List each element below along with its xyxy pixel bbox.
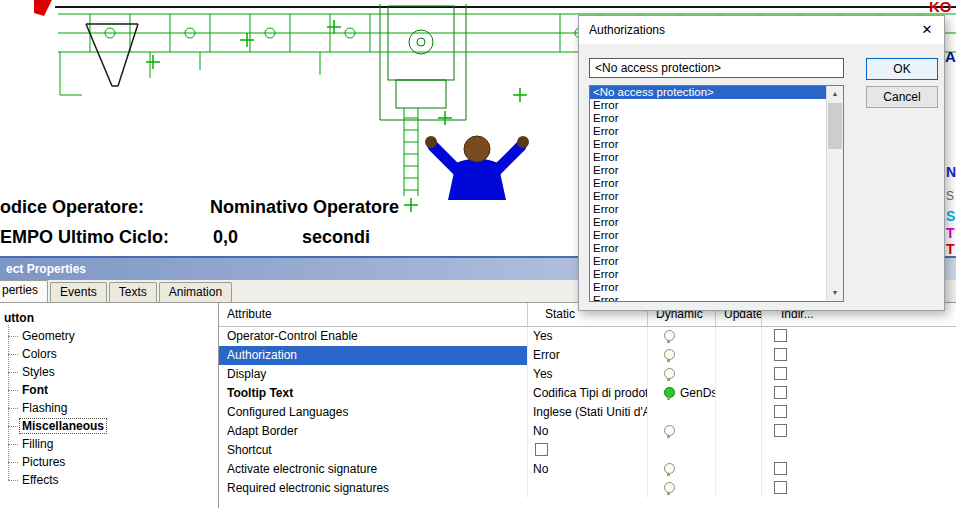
indirect-cell: [761, 479, 837, 498]
tree-item-label: Flashing: [20, 401, 69, 415]
attribute-table: AttributeStaticDynamicUpdate...Indir... …: [219, 303, 956, 508]
checkbox[interactable]: [535, 443, 548, 456]
green-bulb-icon[interactable]: [664, 387, 675, 398]
dialog-titlebar[interactable]: Authorizations ✕: [579, 16, 944, 44]
list-item[interactable]: Error: [590, 151, 826, 164]
list-item[interactable]: Error: [590, 138, 826, 151]
tree-item-styles[interactable]: Styles: [8, 363, 219, 381]
table-row[interactable]: Tooltip TextCodifica Tipi di prodotGenDs…: [219, 384, 956, 403]
checkbox[interactable]: [774, 386, 787, 399]
column-header: Attribute: [219, 303, 527, 326]
update-cell: [715, 327, 761, 346]
list-item[interactable]: <No access protection>: [590, 86, 826, 99]
authorizations-dialog: Authorizations ✕ OK Cancel <No access pr…: [578, 15, 945, 311]
authorization-input[interactable]: [589, 58, 844, 78]
ok-button[interactable]: OK: [866, 58, 938, 80]
table-row[interactable]: Required electronic signatures: [219, 479, 956, 498]
properties-title: ect Properties: [6, 262, 86, 276]
static-cell: Inglese (Stati Uniti d'A: [527, 403, 647, 422]
tab-perties[interactable]: perties: [0, 280, 48, 302]
list-item[interactable]: Error: [590, 203, 826, 216]
list-item[interactable]: Error: [590, 125, 826, 138]
tab-events[interactable]: Events: [50, 282, 107, 302]
list-item[interactable]: Error: [590, 177, 826, 190]
indirect-cell: [761, 403, 837, 422]
dynamic-cell: [647, 327, 715, 346]
list-item[interactable]: Error: [590, 255, 826, 268]
tab-animation[interactable]: Animation: [159, 282, 232, 302]
checkbox[interactable]: [774, 424, 787, 437]
list-item[interactable]: Error: [590, 216, 826, 229]
list-item[interactable]: Error: [590, 164, 826, 177]
tree-item-filling[interactable]: Filling: [8, 435, 219, 453]
indirect-cell: [761, 365, 837, 384]
list-item[interactable]: Error: [590, 242, 826, 255]
update-cell: [715, 479, 761, 498]
static-cell: Error: [527, 346, 647, 365]
checkbox[interactable]: [774, 481, 787, 494]
update-cell: [715, 384, 761, 403]
bulb-icon[interactable]: [664, 425, 675, 436]
tree-item-geometry[interactable]: Geometry: [8, 327, 219, 345]
indirect-cell: [761, 384, 837, 403]
static-cell: No: [527, 460, 647, 479]
tree-item-label: Pictures: [20, 455, 67, 469]
tree-item-font[interactable]: Font: [8, 381, 219, 399]
tree-item-flashing[interactable]: Flashing: [8, 399, 219, 417]
tree-item-miscellaneous[interactable]: Miscellaneous: [8, 417, 219, 435]
list-item[interactable]: Error: [590, 229, 826, 242]
scrollbar[interactable]: ▲ ▼: [826, 86, 843, 301]
cancel-button[interactable]: Cancel: [866, 86, 938, 108]
update-cell: [715, 422, 761, 441]
tree-item-label: Miscellaneous: [20, 419, 106, 433]
table-row[interactable]: Operator-Control EnableYes: [219, 327, 956, 346]
checkbox[interactable]: [774, 348, 787, 361]
tree-root-button[interactable]: utton: [2, 309, 218, 327]
tree-item-effects[interactable]: Effects: [8, 471, 219, 489]
list-item[interactable]: Error: [590, 99, 826, 112]
list-item[interactable]: Error: [590, 112, 826, 125]
table-row[interactable]: DisplayYes: [219, 365, 956, 384]
list-item[interactable]: Error: [590, 190, 826, 203]
authorization-listbox: <No access protection>ErrorErrorErrorErr…: [589, 85, 844, 302]
dynamic-cell: [647, 365, 715, 384]
checkbox[interactable]: [774, 462, 787, 475]
bulb-icon[interactable]: [664, 482, 675, 493]
table-row[interactable]: AuthorizationError: [219, 346, 956, 365]
scrollbar-thumb[interactable]: [828, 103, 842, 149]
table-row[interactable]: Shortcut: [219, 441, 956, 460]
table-row[interactable]: Activate electronic signatureNo: [219, 460, 956, 479]
scrollbar-up-icon[interactable]: ▲: [827, 86, 843, 102]
list-item[interactable]: Error: [590, 294, 826, 301]
close-icon[interactable]: ✕: [910, 16, 944, 44]
dynamic-cell: [647, 479, 715, 498]
checkbox[interactable]: [774, 367, 787, 380]
tree-item-colors[interactable]: Colors: [8, 345, 219, 363]
static-cell: [527, 441, 647, 460]
attribute-cell: Shortcut: [219, 441, 527, 460]
tab-texts[interactable]: Texts: [109, 282, 157, 302]
attribute-table-body: Operator-Control EnableYesAuthorizationE…: [219, 327, 956, 498]
bulb-icon[interactable]: [664, 330, 675, 341]
attribute-cell: Required electronic signatures: [219, 479, 527, 498]
cycle-time-unit: secondi: [302, 227, 370, 248]
bulb-icon[interactable]: [664, 463, 675, 474]
update-cell: [715, 346, 761, 365]
table-row[interactable]: Configured LanguagesInglese (Stati Uniti…: [219, 403, 956, 422]
indirect-cell: [761, 327, 837, 346]
attribute-cell: Display: [219, 365, 527, 384]
update-cell: [715, 365, 761, 384]
attribute-cell: Operator-Control Enable: [219, 327, 527, 346]
bulb-icon[interactable]: [664, 368, 675, 379]
static-cell: [527, 479, 647, 498]
list-item[interactable]: Error: [590, 281, 826, 294]
tree-item-label: Colors: [20, 347, 59, 361]
table-row[interactable]: Adapt BorderNo: [219, 422, 956, 441]
property-tree-items: GeometryColorsStylesFontFlashingMiscella…: [8, 327, 219, 489]
scrollbar-down-icon[interactable]: ▼: [827, 285, 843, 301]
tree-item-pictures[interactable]: Pictures: [8, 453, 219, 471]
checkbox[interactable]: [774, 329, 787, 342]
bulb-icon[interactable]: [664, 349, 675, 360]
checkbox[interactable]: [774, 405, 787, 418]
list-item[interactable]: Error: [590, 268, 826, 281]
